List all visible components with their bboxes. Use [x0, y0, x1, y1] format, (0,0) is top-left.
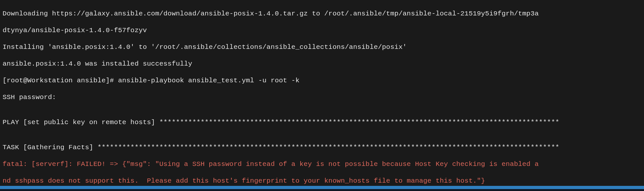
fatal-error-line: fatal: [serverf]: FAILED! => {"msg": "Us…: [3, 160, 641, 168]
task-header: TASK [Gathering Facts] *****************…: [3, 143, 641, 152]
prompt-line: [root@Workstation ansible]# ansible-play…: [3, 77, 641, 85]
fatal-error-line: nd sshpass does not support this. Please…: [3, 177, 641, 185]
output-line: dtynya/ansible-posix-1.4.0-f57fozyv: [3, 26, 641, 35]
play-header: PLAY [set public key on remote hosts] **…: [3, 118, 641, 127]
output-line: SSH password:: [3, 93, 641, 102]
window-status-bar: [0, 186, 644, 191]
output-line: Installing 'ansible.posix:1.4.0' to '/ro…: [3, 43, 641, 51]
output-line: ansible.posix:1.4.0 was installed succes…: [3, 60, 641, 68]
terminal-output[interactable]: Downloading https://galaxy.ansible.com/d…: [0, 0, 644, 191]
output-line: Downloading https://galaxy.ansible.com/d…: [3, 10, 641, 18]
